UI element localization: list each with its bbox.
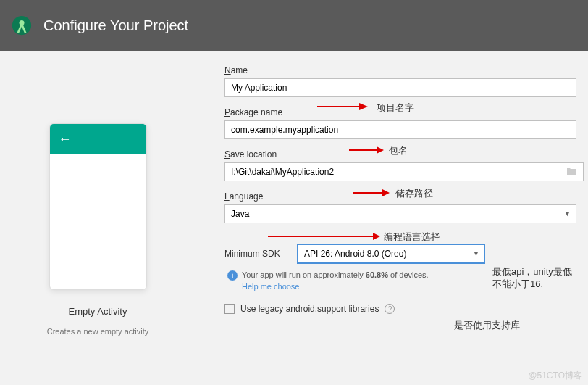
minsdk-label: Minimum SDK [224,249,297,259]
name-label: Name [224,65,576,75]
location-group: Save location [224,149,576,181]
folder-icon[interactable] [566,167,576,178]
legacy-checkbox[interactable] [224,304,235,314]
preview-panel: ← Empty Activity Creates a new empty act… [0,65,196,336]
package-label: Package name [224,107,576,117]
legacy-row: Use legacy android.support libraries ? [224,304,576,314]
language-select[interactable]: Java [224,204,576,223]
phone-preview: ← [49,123,147,290]
dialog-header: Configure Your Project [0,0,588,51]
name-group: Name [224,65,576,97]
phone-appbar: ← [50,124,146,154]
language-group: Language Java ▼ [224,191,576,223]
back-arrow-icon: ← [59,132,72,147]
legacy-label: Use legacy android.support libraries [240,304,379,314]
package-group: Package name [224,107,576,139]
info-icon: i [227,270,238,281]
dialog-title: Configure Your Project [43,17,188,34]
location-input[interactable] [224,162,584,181]
minsdk-row: Minimum SDK API 26: Android 8.0 (Oreo) ▼ [224,244,576,264]
template-name: Empty Activity [69,306,127,317]
minsdk-select[interactable]: API 26: Android 8.0 (Oreo) [297,244,485,264]
form-panel: Name Package name Save location Language… [196,65,588,336]
android-studio-icon [12,15,32,36]
name-input[interactable] [224,78,576,97]
help-choose-link[interactable]: Help me choose [242,282,429,291]
package-input[interactable] [224,120,576,139]
template-description: Creates a new empty activity [47,327,149,336]
watermark: @51CTO博客 [528,370,582,382]
device-info-row: i Your app will run on approximately 60.… [224,270,576,291]
device-coverage-text: Your app will run on approximately 60.8%… [242,270,429,279]
location-label: Save location [224,149,576,160]
help-icon[interactable]: ? [385,304,395,314]
language-label: Language [224,191,576,202]
content-area: ← Empty Activity Creates a new empty act… [0,51,588,336]
